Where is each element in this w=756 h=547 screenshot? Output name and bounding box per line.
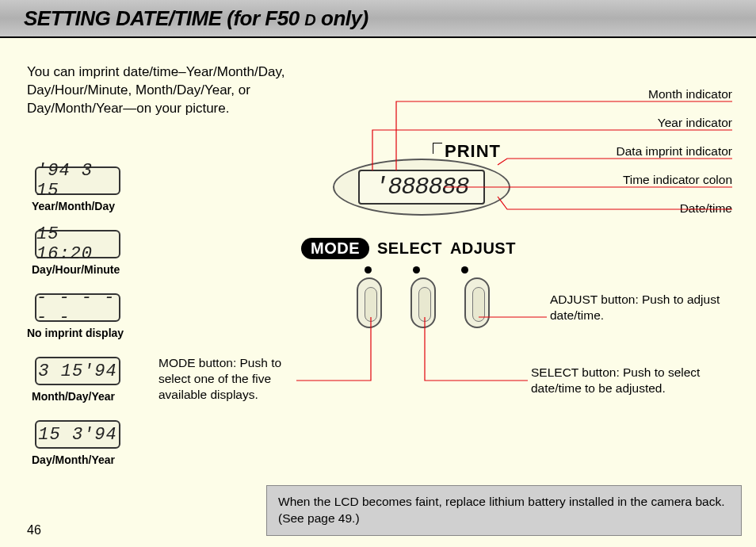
dot-icon [413, 266, 420, 274]
print-corner-mark [433, 143, 442, 154]
callout-time-colon: Time indicator colon [623, 173, 732, 187]
mode-label: MODE [301, 238, 369, 259]
callout-adjust-button: ADJUST button: Push to adjust date/time. [550, 292, 724, 323]
lcd-value: - - - - - - [36, 288, 119, 327]
lcd-value: 3 15'94 [38, 361, 116, 381]
lcd-value: '94 3 15 [36, 161, 119, 201]
dot-icon [461, 266, 468, 274]
button-labels-row: MODE SELECT ADJUST [301, 238, 516, 259]
callout-date-time: Date/time [680, 201, 732, 216]
lcd-label-dmy: Day/Month/Year [32, 453, 115, 466]
callout-mode-button: MODE button: Push to select one of the f… [158, 355, 293, 403]
lcd-sample-none: - - - - - - [35, 293, 120, 322]
title-tail: only) [315, 6, 368, 30]
select-label: SELECT [377, 239, 442, 258]
intro-text: You can imprint date/time–Year/Month/Day… [27, 63, 328, 118]
callout-data-imprint: Data imprint indicator [617, 144, 732, 159]
lcd-label-ymd: Year/Month/Day [32, 200, 115, 212]
lcd-value: 15 3'94 [38, 425, 116, 445]
lcd-sample-dmy: 15 3'94 [35, 420, 120, 449]
lcd-label-dhm: Day/Hour/Minute [32, 263, 120, 276]
title-small: D [304, 11, 315, 29]
lcd-label-mdy: Month/Day/Year [32, 390, 115, 403]
select-button[interactable] [410, 277, 436, 328]
lcd-value: 15 16:20 [36, 224, 119, 264]
mode-button[interactable] [357, 277, 382, 328]
title-main: SETTING DATE/TIME (for F50 [24, 6, 304, 30]
callout-year-indicator: Year indicator [658, 116, 732, 130]
lcd-sample-ymd: '94 3 15 [35, 166, 120, 195]
lcd-digits: '888888 [374, 174, 468, 201]
page-number: 46 [27, 523, 41, 537]
page-header: SETTING DATE/TIME (for F50 D only) [0, 0, 756, 38]
adjust-button[interactable] [464, 277, 490, 328]
button-group [357, 277, 490, 328]
battery-note: When the LCD becomes faint, replace lith… [266, 485, 742, 536]
adjust-label: ADJUST [450, 239, 516, 258]
lcd-sample-dhm: 15 16:20 [35, 230, 120, 258]
dot-icon [365, 266, 372, 274]
lcd-sample-mdy: 3 15'94 [35, 357, 120, 385]
print-label: PRINT [445, 141, 501, 162]
callout-month-indicator: Month indicator [648, 87, 732, 101]
page-title: SETTING DATE/TIME (for F50 D only) [24, 6, 368, 31]
lcd-label-none: No imprint display [27, 327, 124, 339]
button-dots [365, 266, 468, 274]
lcd-window: '888888 [358, 170, 485, 205]
callout-select-button: SELECT button: Push to select date/time … [531, 365, 729, 396]
